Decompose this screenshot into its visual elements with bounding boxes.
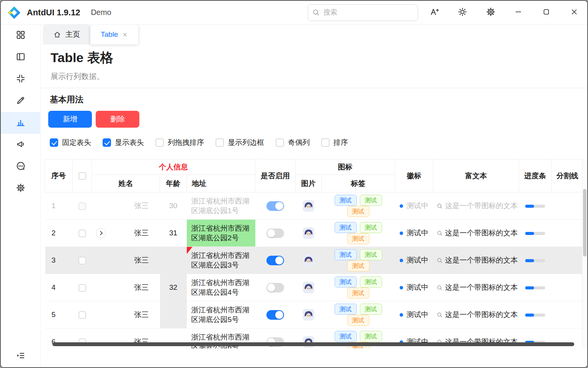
col-group-icon[interactable]: 图标 bbox=[296, 159, 395, 175]
col-header-tags[interactable]: 标签 bbox=[322, 175, 395, 192]
badge-dot-icon bbox=[400, 286, 403, 289]
cell-index: 4 bbox=[45, 274, 73, 301]
sidebar-item-megaphone[interactable] bbox=[1, 134, 40, 156]
avatar-image bbox=[303, 310, 314, 318]
select-all-checkbox[interactable] bbox=[78, 172, 86, 180]
collapse-button[interactable] bbox=[1, 351, 40, 362]
add-button[interactable]: 新增 bbox=[48, 111, 92, 128]
table-row[interactable]: 4 张三 浙江省杭州市西湖区湖底公园4号 测试测试测试 测试中 这是一个带图 bbox=[45, 274, 583, 301]
message-icon bbox=[16, 161, 26, 172]
page-subtitle: 展示行列数据。 bbox=[48, 71, 587, 82]
enabled-toggle[interactable] bbox=[266, 256, 284, 265]
col-header-name[interactable]: 姓名 bbox=[92, 175, 160, 192]
option-checkbox[interactable] bbox=[50, 138, 58, 147]
option-checkbox[interactable] bbox=[276, 138, 284, 147]
tab-table[interactable]: Table bbox=[90, 25, 138, 44]
tab-table-label: Table bbox=[101, 30, 118, 39]
table-option-0[interactable]: 固定表头 bbox=[50, 138, 91, 148]
table-option-2[interactable]: 列拖拽排序 bbox=[155, 138, 204, 148]
row-checkbox[interactable] bbox=[78, 284, 86, 292]
col-header-age[interactable]: 年龄 bbox=[160, 175, 187, 192]
tag: 测试 bbox=[347, 233, 369, 244]
col-header-enabled[interactable]: 是否启用 bbox=[255, 159, 296, 192]
magnifier-icon bbox=[436, 230, 443, 237]
vertical-scrollbar-thumb[interactable] bbox=[583, 189, 586, 256]
table-row[interactable]: 5 张三 浙江省杭州市西湖区湖底公园5号 测试测试测试 测试中 这是一个带图 bbox=[45, 301, 583, 329]
menu-demo[interactable]: Demo bbox=[91, 8, 111, 17]
col-header-badge[interactable]: 徽标 bbox=[395, 159, 433, 192]
magnifier-icon bbox=[436, 284, 443, 291]
delete-button[interactable]: 删除 bbox=[96, 111, 139, 128]
sidebar-item-dashboard[interactable] bbox=[1, 25, 40, 46]
sidebar-item-chart[interactable] bbox=[1, 112, 40, 134]
sidebar-item-edit[interactable] bbox=[1, 90, 40, 112]
option-checkbox[interactable] bbox=[321, 138, 330, 147]
table-option-3[interactable]: 显示列边框 bbox=[216, 138, 264, 148]
row-checkbox[interactable] bbox=[78, 230, 86, 237]
vertical-scrollbar[interactable] bbox=[582, 159, 587, 348]
content-area: 主页 Table Table 表格 展示行列数据。 基本用法 新增 删除 固定表… bbox=[41, 25, 587, 367]
tab-home[interactable]: 主页 bbox=[43, 25, 90, 44]
theme-button[interactable] bbox=[454, 4, 471, 21]
option-checkbox[interactable] bbox=[155, 138, 164, 147]
dashboard-icon bbox=[16, 30, 26, 41]
enabled-toggle[interactable] bbox=[266, 228, 284, 238]
page-title: Table 表格 bbox=[48, 49, 587, 67]
cell-tags: 测试测试测试 bbox=[322, 301, 395, 329]
table-options: 固定表头显示表头列拖拽排序显示列边框奇偶列排序 bbox=[48, 138, 587, 148]
table-option-5[interactable]: 排序 bbox=[321, 138, 348, 148]
col-header-index[interactable]: 序号 bbox=[45, 159, 73, 192]
sidebar-item-message[interactable] bbox=[1, 156, 40, 177]
row-checkbox[interactable] bbox=[78, 202, 86, 210]
col-header-image[interactable]: 图片 bbox=[296, 175, 322, 192]
sidebar-item-fit[interactable] bbox=[1, 68, 40, 90]
col-header-rich-text[interactable]: 富文本 bbox=[433, 159, 519, 192]
table-row[interactable]: 2 张三 31 浙江省杭州市西湖区湖底公园2号 测试测试测试 测试中 这是一个 bbox=[45, 220, 583, 247]
horizontal-scrollbar-thumb[interactable] bbox=[52, 342, 574, 346]
tab-close-icon[interactable] bbox=[122, 32, 128, 38]
rich-text-label: 这是一个带图标的文本 bbox=[445, 255, 518, 265]
cell-image bbox=[296, 220, 322, 247]
option-checkbox[interactable] bbox=[103, 138, 111, 147]
enabled-toggle[interactable] bbox=[266, 310, 284, 320]
progress-bar bbox=[525, 286, 545, 289]
progress-bar bbox=[525, 314, 545, 317]
col-group-personal-info[interactable]: 个人信息 bbox=[92, 159, 255, 175]
row-checkbox[interactable] bbox=[78, 257, 86, 264]
table-row[interactable]: 1 张三 30 浙江省杭州市西湖区湖底公园1号 测试测试测试 测试中 这是一个 bbox=[45, 192, 583, 220]
maximize-button[interactable] bbox=[538, 4, 555, 21]
cell-index: 3 bbox=[45, 247, 73, 274]
tag: 测试 bbox=[347, 260, 369, 271]
tag: 测试 bbox=[335, 276, 357, 288]
table-body: 1 张三 30 浙江省杭州市西湖区湖底公园1号 测试测试测试 测试中 这是一个 bbox=[45, 192, 583, 349]
table-option-1[interactable]: 显示表头 bbox=[103, 138, 144, 148]
cell-enabled bbox=[255, 274, 296, 301]
search-input[interactable] bbox=[308, 4, 418, 21]
row-checkbox[interactable] bbox=[78, 311, 86, 319]
col-header-address[interactable]: 地址 bbox=[187, 175, 255, 192]
col-header-progress[interactable]: 进度条 bbox=[519, 159, 552, 192]
sidebar-item-settings[interactable] bbox=[1, 177, 40, 199]
rich-text-label: 这是一个带图标的文本 bbox=[445, 283, 518, 292]
address-text: 浙江省杭州市西湖区湖底公园4号 bbox=[191, 279, 250, 296]
table-option-4[interactable]: 奇偶列 bbox=[276, 138, 310, 148]
font-size-button[interactable] bbox=[426, 4, 443, 21]
option-label: 奇偶列 bbox=[288, 138, 310, 148]
option-checkbox[interactable] bbox=[216, 138, 224, 147]
tag: 测试 bbox=[360, 331, 382, 342]
cell-divider bbox=[552, 274, 583, 301]
enabled-toggle[interactable] bbox=[266, 201, 284, 211]
progress-fill bbox=[525, 314, 534, 317]
close-button[interactable] bbox=[566, 4, 583, 21]
table-row[interactable]: 3 张三 32 浙江省杭州市西湖区湖底公园3号 测试测试测试 测试中 这是一个 bbox=[45, 247, 583, 274]
enabled-toggle[interactable] bbox=[266, 283, 284, 292]
header-divider bbox=[41, 88, 587, 88]
sidebar-item-layout[interactable] bbox=[1, 46, 40, 68]
maximize-icon bbox=[542, 8, 550, 18]
minimize-button[interactable] bbox=[510, 4, 527, 21]
cell-image bbox=[296, 192, 322, 220]
col-header-divider[interactable]: 分割线 bbox=[552, 159, 583, 192]
progress-fill bbox=[525, 286, 534, 289]
settings-button[interactable] bbox=[482, 4, 499, 21]
expand-button[interactable] bbox=[96, 228, 106, 238]
